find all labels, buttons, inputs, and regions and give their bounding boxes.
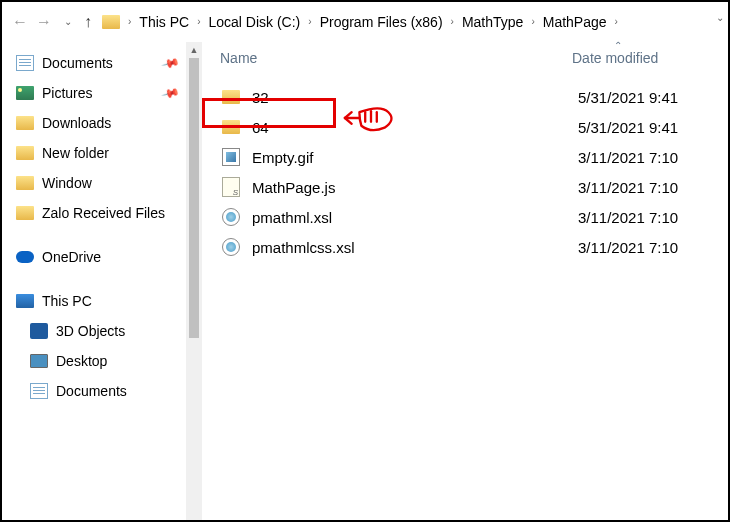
- sidebar-item-newfolder[interactable]: New folder: [2, 138, 202, 168]
- sidebar-item-thispc[interactable]: This PC: [2, 286, 202, 316]
- chevron-right-icon[interactable]: ›: [531, 16, 534, 27]
- file-name: 64: [252, 119, 578, 136]
- xsl-icon: [220, 236, 242, 258]
- file-row[interactable]: MathPage.js 3/11/2021 7:10: [214, 172, 728, 202]
- chevron-right-icon[interactable]: ›: [451, 16, 454, 27]
- breadcrumb-item[interactable]: MathType: [458, 12, 527, 32]
- file-name: Empty.gif: [252, 149, 578, 166]
- pin-icon: 📌: [161, 83, 181, 103]
- file-list: 32 5/31/2021 9:41 64 5/31/2021 9:41 Empt…: [214, 82, 728, 262]
- sidebar-scrollbar[interactable]: ▲: [186, 42, 202, 520]
- folder-icon: [102, 15, 120, 29]
- file-name: pmathmlcss.xsl: [252, 239, 578, 256]
- sort-indicator-icon: ⌃: [614, 40, 622, 51]
- toolbar: ← → ⌄ ↑ › This PC › Local Disk (C:) › Pr…: [2, 2, 728, 42]
- history-dropdown-icon[interactable]: ⌄: [64, 16, 72, 27]
- thispc-icon: [16, 292, 34, 310]
- file-name: 32: [252, 89, 578, 106]
- desktop-icon: [30, 352, 48, 370]
- pin-icon: 📌: [161, 53, 181, 73]
- folder-icon: [16, 204, 34, 222]
- sidebar-item-documents2[interactable]: Documents: [2, 376, 202, 406]
- column-date[interactable]: ⌃ Date modified: [572, 50, 728, 66]
- file-date: 3/11/2021 7:10: [578, 239, 678, 256]
- file-pane: Name ⌃ Date modified 32 5/31/2021 9:41 6…: [202, 42, 728, 520]
- objects-icon: [30, 322, 48, 340]
- up-arrow-icon[interactable]: ↑: [84, 13, 92, 31]
- body: Documents 📌 Pictures 📌 Downloads New fol…: [2, 42, 728, 520]
- breadcrumb-item[interactable]: MathPage: [539, 12, 611, 32]
- file-row[interactable]: Empty.gif 3/11/2021 7:10: [214, 142, 728, 172]
- folder-icon: [16, 144, 34, 162]
- sidebar-item-3dobjects[interactable]: 3D Objects: [2, 316, 202, 346]
- docs-icon: [16, 54, 34, 72]
- chevron-right-icon[interactable]: ›: [308, 16, 311, 27]
- columns-header: Name ⌃ Date modified: [214, 50, 728, 76]
- gif-icon: [220, 146, 242, 168]
- nav-arrows: ← → ⌄ ↑: [12, 13, 92, 31]
- column-name[interactable]: Name: [214, 50, 572, 66]
- chevron-right-icon[interactable]: ›: [197, 16, 200, 27]
- sidebar-item-label: Desktop: [56, 353, 107, 369]
- sidebar-item-documents[interactable]: Documents 📌: [2, 48, 202, 78]
- file-row[interactable]: pmathmlcss.xsl 3/11/2021 7:10: [214, 232, 728, 262]
- file-date: 5/31/2021 9:41: [578, 89, 678, 106]
- address-dropdown-icon[interactable]: ⌄: [716, 12, 724, 23]
- scroll-thumb[interactable]: [189, 58, 199, 338]
- breadcrumb-item[interactable]: This PC: [135, 12, 193, 32]
- file-date: 3/11/2021 7:10: [578, 149, 678, 166]
- sidebar-item-onedrive[interactable]: OneDrive: [2, 242, 202, 272]
- xsl-icon: [220, 206, 242, 228]
- file-row[interactable]: 32 5/31/2021 9:41: [214, 82, 728, 112]
- sidebar-item-zalo[interactable]: Zalo Received Files: [2, 198, 202, 228]
- chevron-right-icon[interactable]: ›: [615, 16, 618, 27]
- pictures-icon: [16, 84, 34, 102]
- sidebar-item-label: Documents: [42, 55, 113, 71]
- sidebar-item-label: Pictures: [42, 85, 93, 101]
- sidebar-item-pictures[interactable]: Pictures 📌: [2, 78, 202, 108]
- breadcrumb-item[interactable]: Local Disk (C:): [204, 12, 304, 32]
- file-date: 3/11/2021 7:10: [578, 209, 678, 226]
- js-icon: [220, 176, 242, 198]
- sidebar-item-label: Documents: [56, 383, 127, 399]
- explorer-window: ← → ⌄ ↑ › This PC › Local Disk (C:) › Pr…: [0, 0, 730, 522]
- file-row[interactable]: 64 5/31/2021 9:41: [214, 112, 728, 142]
- file-date: 3/11/2021 7:10: [578, 179, 678, 196]
- folder-icon: [16, 174, 34, 192]
- back-arrow-icon[interactable]: ←: [12, 13, 28, 31]
- folder-icon: [220, 116, 242, 138]
- folder-icon: [16, 114, 34, 132]
- file-date: 5/31/2021 9:41: [578, 119, 678, 136]
- file-name: pmathml.xsl: [252, 209, 578, 226]
- chevron-right-icon[interactable]: ›: [128, 16, 131, 27]
- breadcrumb-item[interactable]: Program Files (x86): [316, 12, 447, 32]
- sidebar-item-label: Downloads: [42, 115, 111, 131]
- sidebar-item-label: 3D Objects: [56, 323, 125, 339]
- breadcrumb[interactable]: › This PC › Local Disk (C:) › Program Fi…: [102, 12, 718, 32]
- column-date-label: Date modified: [572, 50, 658, 66]
- folder-icon: [220, 86, 242, 108]
- sidebar-item-label: Window: [42, 175, 92, 191]
- sidebar-item-desktop[interactable]: Desktop: [2, 346, 202, 376]
- file-name: MathPage.js: [252, 179, 578, 196]
- file-row[interactable]: pmathml.xsl 3/11/2021 7:10: [214, 202, 728, 232]
- sidebar-item-label: OneDrive: [42, 249, 101, 265]
- sidebar-item-label: New folder: [42, 145, 109, 161]
- sidebar-item-label: This PC: [42, 293, 92, 309]
- forward-arrow-icon: →: [36, 13, 52, 31]
- docs-icon: [30, 382, 48, 400]
- sidebar-item-label: Zalo Received Files: [42, 205, 165, 221]
- scroll-up-icon[interactable]: ▲: [186, 42, 202, 58]
- onedrive-icon: [16, 248, 34, 266]
- sidebar: Documents 📌 Pictures 📌 Downloads New fol…: [2, 42, 202, 520]
- sidebar-item-window[interactable]: Window: [2, 168, 202, 198]
- sidebar-item-downloads[interactable]: Downloads: [2, 108, 202, 138]
